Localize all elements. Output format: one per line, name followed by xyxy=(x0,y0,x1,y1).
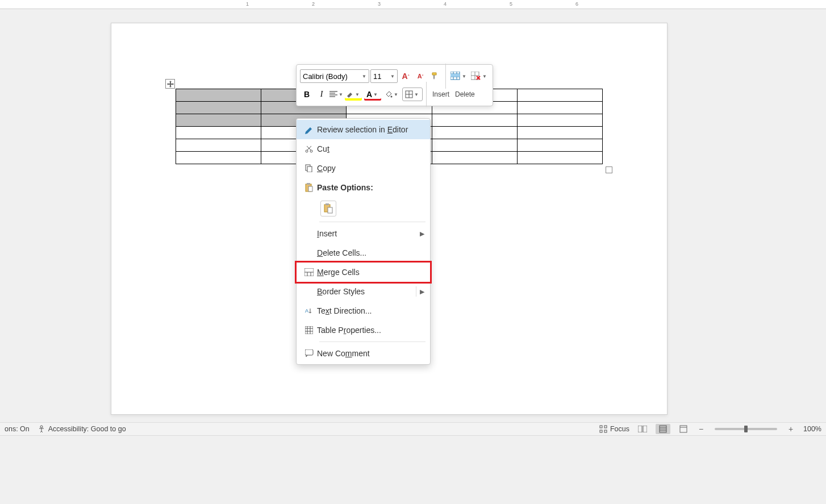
menu-paste-option-keep-source[interactable] xyxy=(297,197,430,220)
svg-rect-5 xyxy=(450,74,460,77)
chevron-down-icon: ▼ xyxy=(362,74,366,79)
align-icon xyxy=(329,91,337,98)
clipboard-icon xyxy=(301,183,317,192)
table-insert-icon xyxy=(450,72,461,81)
ruler-mark: 6 xyxy=(575,1,578,7)
svg-point-17 xyxy=(391,96,393,98)
menu-label: Copy xyxy=(317,164,424,173)
menu-label: Delete Cells... xyxy=(317,248,424,257)
table-delete-icon xyxy=(471,72,481,81)
menu-new-comment[interactable]: New Comment xyxy=(297,344,430,363)
table-cell[interactable] xyxy=(517,139,602,152)
menu-insert[interactable]: Insert ▶ xyxy=(297,224,430,243)
menu-label: Paste Options: xyxy=(317,183,424,192)
svg-rect-26 xyxy=(307,183,310,185)
shading-button[interactable]: ▼ xyxy=(383,88,401,101)
chevron-down-icon: ▼ xyxy=(482,74,487,79)
context-menu: Review selection in Editor Cut Copy Past… xyxy=(296,118,431,365)
menu-label: Review selection in Editor xyxy=(317,125,424,134)
text-direction-icon: A xyxy=(301,307,317,315)
read-mode-button[interactable] xyxy=(635,424,650,434)
table-cell[interactable] xyxy=(176,89,261,102)
align-button[interactable]: ▼ xyxy=(329,88,343,101)
grow-font-button[interactable]: Aˆ xyxy=(399,69,412,83)
menu-review-editor[interactable]: Review selection in Editor xyxy=(297,120,430,139)
table-cell[interactable] xyxy=(517,114,602,127)
font-color-button[interactable]: A▼ xyxy=(364,88,382,101)
ruler-mark: 5 xyxy=(510,1,512,7)
pen-icon xyxy=(301,125,317,134)
menu-copy[interactable]: Copy xyxy=(297,159,430,178)
table-cell[interactable] xyxy=(176,152,261,164)
ruler-mark: 3 xyxy=(378,1,381,7)
bold-button[interactable]: B xyxy=(300,88,314,101)
table-cell[interactable] xyxy=(517,102,602,114)
font-name-select[interactable]: Calibri (Body) ▼ xyxy=(300,69,369,83)
borders-button[interactable]: ▼ xyxy=(402,88,423,101)
table-cell[interactable] xyxy=(432,139,517,152)
zoom-slider[interactable] xyxy=(715,428,777,430)
italic-button[interactable]: I xyxy=(315,88,328,101)
format-painter-icon xyxy=(431,72,440,81)
menu-text-direction[interactable]: A Text Direction... xyxy=(297,301,430,320)
format-painter-button[interactable] xyxy=(428,69,442,83)
font-name-value: Calibri (Body) xyxy=(303,72,348,81)
web-layout-button[interactable] xyxy=(676,424,691,434)
menu-cut[interactable]: Cut xyxy=(297,139,430,159)
divider xyxy=(416,286,416,297)
table-cell[interactable] xyxy=(176,102,261,114)
table-cell[interactable] xyxy=(517,152,602,164)
table-cell[interactable] xyxy=(176,114,261,127)
status-bar: ons: On Accessibility: Good to go Focus … xyxy=(0,422,826,436)
status-predictions[interactable]: ons: On xyxy=(5,425,30,433)
chevron-right-icon: ▶ xyxy=(420,288,424,295)
svg-rect-30 xyxy=(328,207,332,213)
delete-button[interactable]: Delete xyxy=(453,89,477,99)
table-resize-handle[interactable] xyxy=(606,166,612,173)
print-layout-button[interactable] xyxy=(656,424,670,434)
zoom-slider-thumb[interactable] xyxy=(744,426,748,432)
svg-rect-41 xyxy=(305,349,313,355)
insert-table-split-button[interactable]: ▼ xyxy=(449,69,469,83)
highlight-color-button[interactable]: ▼ xyxy=(344,88,362,101)
separator xyxy=(319,341,425,342)
table-move-handle[interactable] xyxy=(165,79,175,89)
shrink-font-button[interactable]: Aˇ xyxy=(414,69,427,83)
table-cell[interactable] xyxy=(432,114,517,127)
menu-label: Cut xyxy=(317,144,424,153)
menu-merge-cells[interactable]: Merge Cells xyxy=(297,263,430,282)
svg-text:A: A xyxy=(305,308,308,314)
paste-keep-source-icon xyxy=(320,201,336,216)
status-accessibility[interactable]: Accessibility: Good to go xyxy=(37,425,126,433)
menu-label: Merge Cells xyxy=(317,268,424,277)
chevron-down-icon: ▼ xyxy=(394,92,398,97)
font-size-select[interactable]: 11 ▼ xyxy=(370,69,398,83)
table-cell[interactable] xyxy=(176,139,261,152)
svg-point-42 xyxy=(40,426,43,428)
svg-rect-36 xyxy=(305,326,313,334)
menu-table-properties[interactable]: Table Properties... xyxy=(297,320,430,340)
table-cell[interactable] xyxy=(517,127,602,139)
focus-mode-button[interactable]: Focus xyxy=(599,425,629,433)
table-cell[interactable] xyxy=(432,152,517,164)
highlighter-icon xyxy=(346,90,354,98)
table-cell[interactable] xyxy=(176,127,261,139)
table-cell[interactable] xyxy=(517,89,602,102)
svg-rect-45 xyxy=(600,430,602,432)
menu-border-styles[interactable]: Border Styles ▶ xyxy=(297,282,430,301)
zoom-out-button[interactable]: − xyxy=(696,424,706,434)
zoom-in-button[interactable]: + xyxy=(786,424,795,434)
chevron-down-icon: ▼ xyxy=(390,74,395,79)
svg-rect-47 xyxy=(638,426,642,432)
chevron-down-icon: ▼ xyxy=(339,92,343,97)
table-cell[interactable] xyxy=(432,127,517,139)
menu-label: Table Properties... xyxy=(317,326,424,335)
horizontal-ruler[interactable]: 1 2 3 4 5 6 xyxy=(0,0,826,9)
menu-label: Insert xyxy=(317,229,420,238)
zoom-percentage[interactable]: 100% xyxy=(801,425,821,433)
insert-button[interactable]: Insert xyxy=(430,89,452,99)
delete-table-split-button[interactable]: ▼ xyxy=(470,69,489,83)
menu-delete-cells[interactable]: Delete Cells... xyxy=(297,243,430,263)
svg-rect-27 xyxy=(308,186,312,191)
status-text: Focus xyxy=(610,425,629,433)
